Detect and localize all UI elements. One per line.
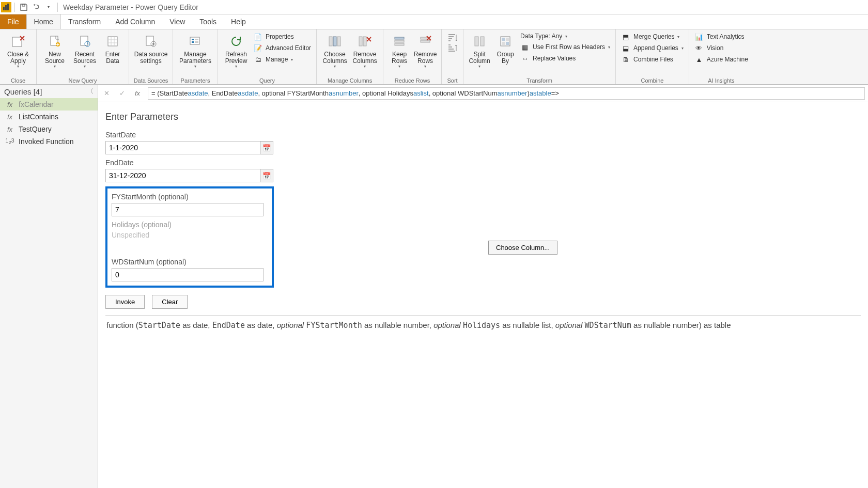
advanced-editor-icon: 📝 [253, 44, 262, 52]
properties-button[interactable]: 📄Properties [251, 32, 313, 42]
keep-rows-icon [393, 33, 406, 50]
svg-rect-23 [395, 37, 404, 39]
qat-dropdown-icon[interactable]: ▾ [43, 2, 54, 13]
enddate-picker-icon[interactable]: 📅 [260, 169, 273, 182]
svg-rect-32 [506, 38, 509, 41]
query-item-invoked-function[interactable]: 123Invoked Function [0, 135, 98, 148]
append-queries-button[interactable]: ⬓Append Queries ▾ [619, 43, 686, 53]
split-column-icon [473, 33, 486, 50]
group-data-sources: Data source settings Data Sources [129, 29, 173, 84]
refresh-preview-button[interactable]: Refresh Preview▾ [221, 30, 251, 71]
app-icon [1, 2, 11, 12]
replace-values-button[interactable]: ↔Replace Values [518, 53, 612, 64]
tab-tools[interactable]: Tools [192, 14, 224, 29]
combine-files-button[interactable]: 🗎Combine Files [619, 54, 686, 65]
commit-formula-icon[interactable]: ✓ [117, 88, 127, 99]
queries-list: fxfxCalendar fxListContains fxTestQuery … [0, 98, 98, 148]
svg-rect-33 [502, 42, 505, 45]
new-source-icon [48, 33, 61, 50]
svg-rect-14 [192, 39, 194, 40]
remove-columns-icon [358, 33, 371, 50]
data-type-button[interactable]: Data Type: Any ▾ [518, 32, 612, 41]
enter-data-button[interactable]: Enter Data [100, 30, 126, 67]
svg-rect-22 [363, 37, 366, 46]
highlighted-params: FYStartMonth (optional) Holidays (option… [105, 186, 274, 288]
keep-rows-button[interactable]: Keep Rows▾ [386, 30, 412, 71]
sort-asc-button[interactable] [447, 34, 458, 43]
holidays-input[interactable]: Unspecified [112, 231, 264, 254]
cancel-formula-icon[interactable]: ✕ [101, 88, 112, 99]
merge-queries-button[interactable]: ⬒Merge Queries ▾ [619, 32, 686, 42]
startdate-input[interactable] [105, 141, 260, 154]
remove-columns-button[interactable]: Remove Columns▾ [350, 30, 380, 71]
fx-button-icon[interactable]: fx [132, 88, 143, 99]
manage-icon: 🗂 [253, 55, 262, 64]
formula-input[interactable]: = (StartDate as date, EndDate as date, o… [148, 87, 865, 100]
svg-point-12 [152, 43, 154, 45]
undo-icon[interactable] [30, 2, 42, 13]
fx-icon: fx [5, 125, 14, 133]
queries-pane: Queries [4] 〈 fxfxCalendar fxListContain… [0, 85, 98, 488]
tab-help[interactable]: Help [224, 14, 253, 29]
svg-rect-15 [195, 39, 198, 40]
data-source-settings-button[interactable]: Data source settings [132, 30, 169, 67]
remove-rows-icon [419, 33, 431, 50]
tab-transform[interactable]: Transform [61, 14, 108, 29]
new-source-button[interactable]: New Source▾ [40, 30, 70, 71]
tab-view[interactable]: View [162, 14, 192, 29]
manage-parameters-button[interactable]: Manage Parameters▾ [176, 30, 214, 71]
query-item-listcontains[interactable]: fxListContains [0, 111, 98, 123]
vision-button[interactable]: 👁Vision [692, 43, 750, 53]
azure-ml-button[interactable]: ▲Azure Machine [692, 54, 750, 65]
invoke-button[interactable]: Invoke [105, 295, 145, 309]
recent-sources-button[interactable]: Recent Sources▾ [70, 30, 100, 71]
text-analytics-icon: 📊 [694, 33, 704, 41]
manage-button[interactable]: 🗂Manage ▾ [251, 54, 313, 65]
group-by-icon [499, 33, 512, 50]
ribbon: Close & Apply ▾ Close New Source▾ Recent… [0, 29, 868, 85]
merge-icon: ⬒ [621, 33, 630, 41]
enddate-input[interactable] [105, 169, 260, 182]
choose-column-button[interactable]: Choose Column... [488, 241, 557, 255]
param-fystartmonth: FYStartMonth (optional) [112, 193, 268, 216]
fystartmonth-input[interactable] [112, 203, 264, 216]
remove-rows-button[interactable]: Remove Rows▾ [412, 30, 438, 71]
append-icon: ⬓ [621, 44, 630, 52]
text-analytics-button[interactable]: 📊Text Analytics [692, 32, 750, 42]
close-apply-button[interactable]: Close & Apply ▾ [3, 30, 33, 71]
split-column-button[interactable]: Split Column▾ [467, 30, 492, 71]
group-close: Close & Apply ▾ Close [0, 29, 37, 84]
data-source-settings-icon [144, 33, 158, 50]
azure-ml-icon: ▲ [694, 55, 704, 64]
save-icon[interactable] [18, 2, 29, 13]
choose-columns-button[interactable]: Choose Columns▾ [320, 30, 350, 71]
tab-add-column[interactable]: Add Column [108, 14, 162, 29]
replace-icon: ↔ [520, 54, 530, 62]
tab-home[interactable]: Home [26, 14, 61, 29]
wdstartnum-label: WDStartNum (optional) [112, 258, 268, 266]
svg-rect-16 [192, 41, 194, 43]
wdstartnum-input[interactable] [112, 268, 264, 281]
tab-file[interactable]: File [0, 14, 26, 29]
svg-rect-19 [333, 37, 336, 46]
main-area: ✕ ✓ fx = (StartDate as date, EndDate as … [98, 85, 868, 488]
startdate-picker-icon[interactable]: 📅 [260, 141, 273, 154]
first-row-headers-button[interactable]: ▦Use First Row as Headers ▾ [518, 42, 612, 52]
parameters-title: Enter Parameters [105, 112, 861, 122]
sort-desc-button[interactable] [447, 44, 458, 53]
advanced-editor-button[interactable]: 📝Advanced Editor [251, 43, 313, 53]
group-by-button[interactable]: Group By [492, 30, 518, 67]
collapse-queries-icon[interactable]: 〈 [87, 87, 94, 96]
group-reduce-rows: Keep Rows▾ Remove Rows▾ Reduce Rows [383, 29, 442, 84]
group-new-query: New Source▾ Recent Sources▾ Enter Data N… [37, 29, 129, 84]
svg-rect-28 [475, 37, 478, 46]
group-sort: Sort [442, 29, 463, 84]
enter-data-icon [106, 33, 119, 50]
manage-parameters-icon [189, 33, 202, 50]
query-item-fxcalendar[interactable]: fxfxCalendar [0, 98, 98, 111]
vision-icon: 👁 [694, 44, 704, 52]
startdate-label: StartDate [105, 131, 861, 139]
query-item-testquery[interactable]: fxTestQuery [0, 123, 98, 135]
clear-button[interactable]: Clear [152, 295, 188, 309]
group-ai-insights: 📊Text Analytics 👁Vision ▲Azure Machine A… [689, 29, 753, 84]
